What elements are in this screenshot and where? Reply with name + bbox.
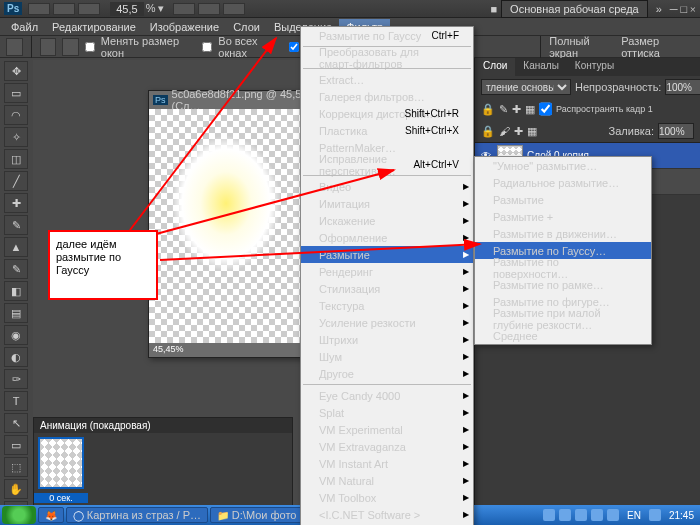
- menu-texture[interactable]: Текстура▶: [301, 297, 473, 314]
- menu-style[interactable]: Стилизация▶: [301, 280, 473, 297]
- stamp-tool-icon[interactable]: ▲: [4, 237, 28, 257]
- doc-btn[interactable]: [53, 3, 75, 15]
- all-windows-checkbox[interactable]: [202, 42, 212, 52]
- menu-vmi[interactable]: VM Instant Art▶: [301, 455, 473, 472]
- menu-splat[interactable]: Splat▶: [301, 404, 473, 421]
- menu-layers[interactable]: Слои: [226, 19, 267, 35]
- view-btn[interactable]: [198, 3, 220, 15]
- dodge-tool-icon[interactable]: ◐: [4, 347, 28, 367]
- menu-smart[interactable]: Преобразовать для смарт-фильтров: [301, 49, 473, 66]
- menu-lens-blur[interactable]: Размытие при малой глубине резкости…: [475, 310, 651, 327]
- eyedropper-tool-icon[interactable]: ╱: [4, 171, 28, 191]
- view-btn[interactable]: [173, 3, 195, 15]
- document-title[interactable]: Ps 5c0a6e8d8f21.png @ 45,5% (Сл…: [149, 91, 317, 109]
- tab-paths[interactable]: Контуры: [567, 58, 622, 76]
- menu-last-filter[interactable]: Размытие по ГауссуCtrl+F: [301, 27, 473, 44]
- menu-extract[interactable]: Extract…: [301, 71, 473, 88]
- clock[interactable]: 21:45: [665, 510, 698, 521]
- menu-file[interactable]: Файл: [4, 19, 45, 35]
- lang-indicator[interactable]: EN: [623, 510, 645, 521]
- marquee-tool-icon[interactable]: ▭: [4, 83, 28, 103]
- workspace-dropdown[interactable]: Основная рабочая среда: [501, 0, 648, 18]
- menu-design[interactable]: Оформление▶: [301, 229, 473, 246]
- doc-btn[interactable]: [78, 3, 100, 15]
- zoom-tool-icon[interactable]: [6, 38, 23, 56]
- menu-distort[interactable]: Искажение▶: [301, 212, 473, 229]
- animation-frame[interactable]: [38, 437, 84, 489]
- menu-vmex[interactable]: VM Extravaganza▶: [301, 438, 473, 455]
- gradient-tool-icon[interactable]: ▤: [4, 303, 28, 323]
- menu-blur[interactable]: Размытие: [475, 191, 651, 208]
- menu-render[interactable]: Рендеринг▶: [301, 263, 473, 280]
- menu-other[interactable]: Другое▶: [301, 365, 473, 382]
- eraser-tool-icon[interactable]: ◧: [4, 281, 28, 301]
- menu-surface-blur[interactable]: Размытие по поверхности…: [475, 259, 651, 276]
- zoom-out-icon[interactable]: [62, 38, 79, 56]
- shape-tool-icon[interactable]: ▭: [4, 435, 28, 455]
- menu-blurplus[interactable]: Размытие +: [475, 208, 651, 225]
- menu-blur[interactable]: Размытие▶: [301, 246, 473, 263]
- path-tool-icon[interactable]: ↖: [4, 413, 28, 433]
- heal-tool-icon[interactable]: ✚: [4, 193, 28, 213]
- menu-vmn[interactable]: VM Natural▶: [301, 472, 473, 489]
- menu-smart-blur[interactable]: "Умное" размытие…: [475, 157, 651, 174]
- menu-gallery[interactable]: Галерея фильтров…: [301, 88, 473, 105]
- move-tool-icon[interactable]: ✥: [4, 61, 28, 81]
- tray-icon[interactable]: [575, 509, 587, 521]
- 3d-tool-icon[interactable]: ⬚: [4, 457, 28, 477]
- tab-channels[interactable]: Каналы: [515, 58, 567, 76]
- menu-image[interactable]: Изображение: [143, 19, 226, 35]
- zoom-in-icon[interactable]: [40, 38, 57, 56]
- view-btn[interactable]: [223, 3, 245, 15]
- menu-sketch[interactable]: Штрихи▶: [301, 331, 473, 348]
- opacity-input[interactable]: [665, 79, 700, 95]
- menu-ec4[interactable]: Eye Candy 4000▶: [301, 387, 473, 404]
- blend-mode-select[interactable]: тление основы: [481, 79, 571, 95]
- document-window[interactable]: Ps 5c0a6e8d8f21.png @ 45,5% (Сл… 45,45%: [148, 90, 318, 358]
- resize-window-checkbox[interactable]: [85, 42, 95, 52]
- tray-icon[interactable]: [543, 509, 555, 521]
- menu-persp[interactable]: Исправление перспективы…Alt+Ctrl+V: [301, 156, 473, 173]
- brush-tool-icon[interactable]: ✎: [4, 215, 28, 235]
- type-tool-icon[interactable]: T: [4, 391, 28, 411]
- scrubby-checkbox[interactable]: [289, 42, 299, 52]
- crop-tool-icon[interactable]: ◫: [4, 149, 28, 169]
- menu-vme[interactable]: VM Experimental▶: [301, 421, 473, 438]
- menu-liquify[interactable]: ПластикаShift+Ctrl+X: [301, 122, 473, 139]
- canvas[interactable]: [149, 109, 303, 343]
- blur-tool-icon[interactable]: ◉: [4, 325, 28, 345]
- lasso-tool-icon[interactable]: ◠: [4, 105, 28, 125]
- taskbar-item[interactable]: 🦊: [38, 507, 64, 523]
- filter-menu[interactable]: Размытие по ГауссуCtrl+F Преобразовать д…: [300, 26, 474, 525]
- menu-distcorr[interactable]: Коррекция дисторсии…Shift+Ctrl+R: [301, 105, 473, 122]
- menu-edit[interactable]: Редактирование: [45, 19, 143, 35]
- menu-icnet[interactable]: <I.C.NET Software >▶: [301, 506, 473, 523]
- menu-average[interactable]: Среднее: [475, 327, 651, 344]
- menu-noise[interactable]: Шум▶: [301, 348, 473, 365]
- history-brush-icon[interactable]: ✎: [4, 259, 28, 279]
- blur-submenu[interactable]: "Умное" размытие… Радиальное размытие… Р…: [474, 156, 652, 345]
- tray-icon[interactable]: [649, 509, 661, 521]
- print-size-btn[interactable]: Размер оттиска: [621, 35, 694, 59]
- doc-btn[interactable]: [28, 3, 50, 15]
- tray-icon[interactable]: [607, 509, 619, 521]
- menu-radial-blur[interactable]: Радиальное размытие…: [475, 174, 651, 191]
- zoom-readout[interactable]: 45,5: [110, 2, 143, 16]
- panel-tabs[interactable]: Слои Каналы Контуры: [475, 58, 700, 76]
- fill-input[interactable]: [658, 123, 694, 139]
- menu-motion-blur[interactable]: Размытие в движении…: [475, 225, 651, 242]
- taskbar-item[interactable]: 📁 D:\Мои фото: [210, 507, 303, 523]
- menu-video[interactable]: Видео▶: [301, 178, 473, 195]
- menu-imit[interactable]: Имитация▶: [301, 195, 473, 212]
- wand-tool-icon[interactable]: ✧: [4, 127, 28, 147]
- menu-vmt[interactable]: VM Toolbox▶: [301, 489, 473, 506]
- hand-tool-icon[interactable]: ✋: [4, 479, 28, 499]
- pen-tool-icon[interactable]: ✑: [4, 369, 28, 389]
- tab-layers[interactable]: Слои: [475, 58, 515, 76]
- full-screen-btn[interactable]: Полный экран: [549, 35, 615, 59]
- menu-sharp[interactable]: Усиление резкости▶: [301, 314, 473, 331]
- animation-title[interactable]: Анимация (покадровая): [34, 418, 292, 433]
- start-button[interactable]: [2, 506, 36, 524]
- menu-box-blur[interactable]: Размытие по рамке…: [475, 276, 651, 293]
- system-tray[interactable]: EN 21:45: [543, 509, 698, 521]
